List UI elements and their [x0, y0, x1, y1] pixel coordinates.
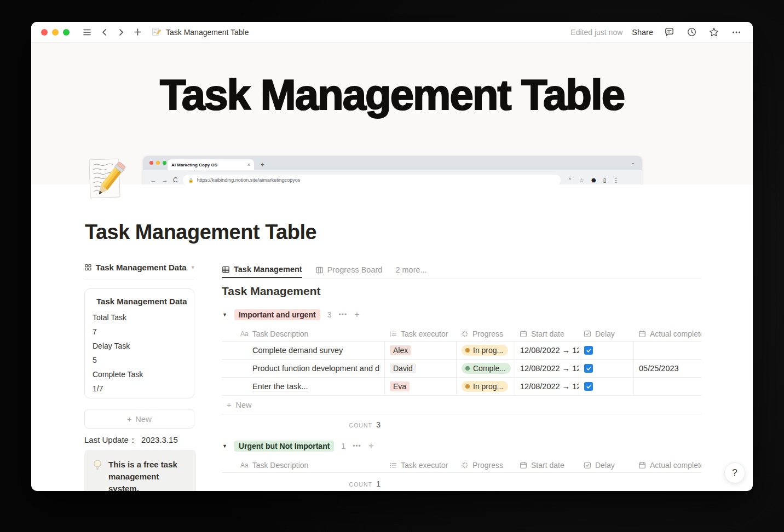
status-dot: [465, 366, 470, 371]
comments-icon[interactable]: [662, 26, 676, 39]
table-header: AaTask Description Task executor Progres…: [222, 326, 701, 342]
column-header-actual-complete[interactable]: Actual complete: [633, 326, 701, 341]
group-count-aggregate[interactable]: COUNT 1: [222, 479, 381, 488]
browser-forward-icon: →: [162, 176, 168, 184]
text-type-icon: Aa: [240, 330, 249, 338]
delay-checkbox[interactable]: [584, 346, 593, 355]
data-source-selector[interactable]: Task Management Data ▾: [84, 263, 194, 272]
browser-newtab-icon: +: [261, 159, 264, 170]
page-pencil-icon[interactable]: [87, 157, 126, 203]
column-header-start-date[interactable]: Start date: [515, 326, 579, 341]
stat-label: Complete Task: [93, 367, 186, 381]
group-add-icon[interactable]: +: [368, 441, 374, 452]
browser-reload-icon: C: [173, 176, 178, 184]
history-clock-icon[interactable]: [685, 26, 698, 39]
group-badge[interactable]: Important and urgent: [234, 309, 320, 320]
board-icon: [315, 266, 324, 274]
back-icon[interactable]: [98, 26, 111, 39]
stat-value: 1/7: [93, 381, 186, 396]
page-memo-icon: [149, 26, 163, 39]
share-button[interactable]: Share: [632, 28, 653, 37]
sidebar-new-button[interactable]: + New: [84, 409, 194, 429]
column-header-delay[interactable]: Delay: [579, 326, 633, 341]
collapse-triangle-icon[interactable]: ▼: [222, 443, 227, 449]
progress-badge[interactable]: In prog...: [462, 381, 508, 392]
collapse-triangle-icon[interactable]: ▼: [222, 312, 227, 317]
table-row[interactable]: Enter the task... Eva In prog... 12/08/2…: [222, 378, 701, 396]
titlebar: Task Management Table Edited just now Sh…: [31, 22, 753, 43]
group-options-icon[interactable]: •••: [339, 311, 348, 319]
stat-value: 7: [93, 325, 186, 339]
group-count-aggregate[interactable]: COUNT 3: [222, 420, 381, 429]
start-date[interactable]: 12/08/2022 → 12: [520, 382, 579, 391]
group-add-icon[interactable]: +: [354, 309, 360, 320]
start-date[interactable]: 12/08/2022 → 12: [520, 346, 579, 355]
task-title[interactable]: Complete demand survey: [252, 346, 343, 355]
tab-close-icon: ×: [247, 162, 250, 167]
app-window: Task Management Table Edited just now Sh…: [31, 22, 753, 491]
plus-icon: +: [127, 414, 132, 424]
divider: [222, 279, 701, 279]
data-source-label: Task Management Data: [96, 263, 187, 272]
help-button[interactable]: ?: [724, 462, 745, 483]
forward-icon[interactable]: [114, 26, 128, 39]
group-count: 3: [327, 310, 332, 319]
stat-label: Total Task: [93, 310, 186, 325]
page-title: Task Management Table: [85, 221, 316, 244]
zoom-window-button[interactable]: [63, 29, 70, 36]
minimize-window-button[interactable]: [52, 29, 59, 36]
actual-complete-date[interactable]: 05/25/2023: [639, 364, 679, 373]
last-update: Last Update： 2023.3.15: [84, 435, 178, 446]
stats-card[interactable]: Task Management Data Total Task 7 Delay …: [84, 288, 194, 398]
page-cover: Task Management Table AI Marketing Copy …: [31, 43, 753, 184]
tab-more-views[interactable]: 2 more...: [395, 262, 426, 278]
more-options-icon[interactable]: [730, 26, 743, 39]
calendar-icon: [520, 330, 527, 338]
table-header: AaTask Description Task executor Progres…: [222, 458, 701, 473]
column-header-task-description[interactable]: AaTask Description: [222, 326, 384, 341]
text-type-icon: Aa: [240, 461, 249, 469]
callout-text: This is a free task management system.: [108, 459, 188, 491]
column-header-actual-complete[interactable]: Actual complete: [633, 458, 701, 472]
browser-extension-icon: ⬣: [591, 177, 596, 183]
progress-badge[interactable]: Comple...: [462, 363, 511, 374]
column-header-task-executor[interactable]: Task executor: [384, 458, 456, 472]
task-title[interactable]: Product function development and d: [252, 364, 379, 373]
executor-badge[interactable]: Eva: [390, 381, 410, 391]
lock-icon: 🔒: [188, 178, 194, 183]
executor-badge[interactable]: Alex: [390, 345, 411, 355]
browser-address-bar: 🔒 https://kaibinding.notion.site/aimarke…: [183, 175, 561, 184]
close-window-button[interactable]: [41, 29, 48, 36]
column-header-progress[interactable]: Progress: [456, 326, 515, 341]
calendar-icon: [520, 461, 527, 469]
tab-task-management[interactable]: Task Management: [222, 262, 302, 278]
delay-checkbox[interactable]: [584, 364, 593, 373]
status-icon: [461, 461, 469, 469]
lightbulb-icon: [92, 459, 103, 472]
group-badge[interactable]: Urgent but Not Important: [234, 441, 334, 452]
column-header-progress[interactable]: Progress: [456, 458, 515, 472]
start-date[interactable]: 12/08/2022 → 12: [520, 364, 579, 373]
delay-checkbox[interactable]: [584, 382, 593, 391]
column-header-task-description[interactable]: AaTask Description: [222, 458, 384, 472]
tabstrip-chevron-icon: ⌄: [631, 160, 635, 165]
browser-tabstrip: AI Marketing Copy OS × + ⌄: [143, 156, 642, 170]
checkbox-icon: [584, 330, 591, 338]
column-header-delay[interactable]: Delay: [579, 458, 633, 472]
tab-progress-board[interactable]: Progress Board: [315, 262, 383, 278]
status-dot: [465, 384, 470, 389]
select-list-icon: [389, 461, 397, 469]
progress-badge[interactable]: In prog...: [462, 345, 508, 356]
table-row[interactable]: Product function development and d David…: [222, 360, 701, 378]
group-options-icon[interactable]: •••: [353, 442, 361, 450]
table-row[interactable]: Complete demand survey Alex In prog... 1…: [222, 342, 701, 360]
column-header-start-date[interactable]: Start date: [515, 458, 579, 472]
new-tab-icon[interactable]: [131, 26, 144, 39]
browser-toolbar: ← → C 🔒 https://kaibinding.notion.site/a…: [143, 170, 642, 184]
executor-badge[interactable]: David: [390, 363, 416, 373]
new-row-button[interactable]: + New: [222, 396, 701, 414]
favorite-star-icon[interactable]: [707, 26, 720, 39]
task-title[interactable]: Enter the task...: [252, 382, 308, 391]
menu-icon[interactable]: [80, 26, 94, 39]
column-header-task-executor[interactable]: Task executor: [384, 326, 456, 341]
